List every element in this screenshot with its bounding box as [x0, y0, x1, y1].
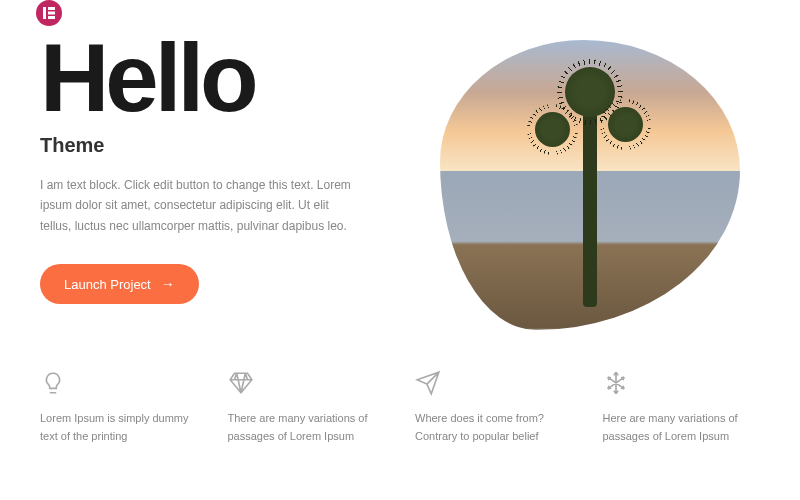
feature-text: Here are many variations of passages of …	[603, 410, 761, 445]
brand-logo[interactable]	[36, 0, 62, 26]
feature-item: There are many variations of passages of…	[228, 370, 386, 445]
feature-text: There are many variations of passages of…	[228, 410, 386, 445]
svg-rect-3	[48, 12, 55, 15]
arrow-right-icon: →	[161, 276, 175, 292]
svg-rect-4	[48, 16, 55, 19]
diamond-icon	[228, 370, 386, 398]
hero-subtitle: Theme	[40, 134, 380, 157]
lightbulb-icon	[40, 370, 198, 398]
features-row: Lorem Ipsum is simply dummy text of the …	[0, 350, 800, 465]
feature-item: Lorem Ipsum is simply dummy text of the …	[40, 370, 198, 445]
cta-label: Launch Project	[64, 277, 151, 292]
hero-title: Hello	[40, 30, 380, 126]
paper-plane-icon	[415, 370, 573, 398]
feature-item: Here are many variations of passages of …	[603, 370, 761, 445]
svg-rect-1	[43, 7, 46, 19]
snowflake-icon	[603, 370, 761, 398]
hero-body-text: I am text block. Click edit button to ch…	[40, 175, 360, 236]
svg-rect-2	[48, 7, 55, 10]
launch-project-button[interactable]: Launch Project →	[40, 264, 199, 304]
feature-text: Where does it come from? Contrary to pop…	[415, 410, 573, 445]
feature-item: Where does it come from? Contrary to pop…	[415, 370, 573, 445]
hero-image	[440, 40, 740, 330]
feature-text: Lorem Ipsum is simply dummy text of the …	[40, 410, 198, 445]
